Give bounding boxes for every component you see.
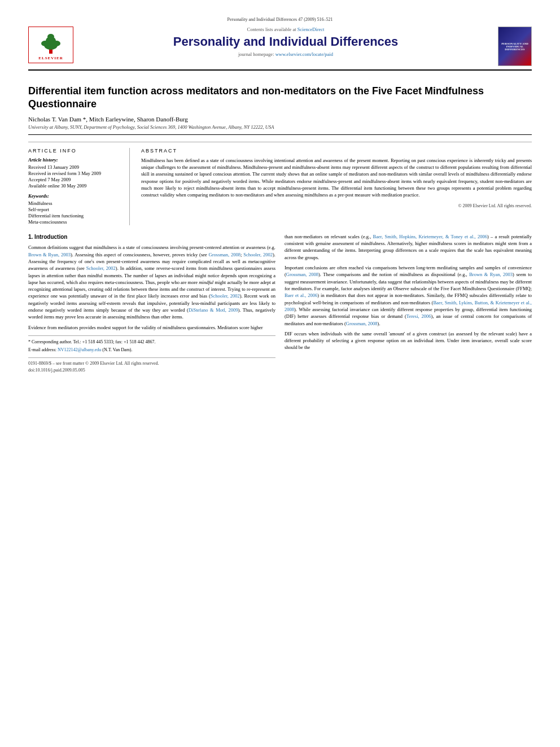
issn-line: 0191-8869/$ – see front matter © 2009 El…	[28, 360, 159, 373]
ref-schooler-2002-2[interactable]: Schooler, 2002	[86, 265, 116, 271]
ref-baer-2006[interactable]: Baer, Smith, Hopkins, Krietemeyer, & Ton…	[373, 234, 487, 239]
article-info-column: ARTICLE INFO Article history: Received 1…	[28, 148, 130, 225]
bottom-info: 0191-8869/$ – see front matter © 2009 El…	[28, 357, 275, 373]
abstract-heading: ABSTRACT	[141, 148, 532, 154]
ref-baer-2008[interactable]: Baer, Smith, Lykins, Button, & Krietemey…	[285, 300, 532, 312]
journal-homepage: journal homepage: www.elsevier.com/locat…	[79, 51, 492, 57]
article-title: Differential item function across medita…	[28, 85, 532, 111]
keyword-4: Meta-consciousness	[28, 219, 121, 225]
journal-title: Personality and Individual Differences	[79, 34, 492, 49]
article-authors: Nicholas T. Van Dam *, Mitch Earleywine,…	[28, 116, 532, 123]
ref-grossman-2008[interactable]: Grossman, 2008	[209, 252, 240, 257]
journal-header: ELSEVIER Contents lists available at Sci…	[28, 27, 532, 71]
svg-rect-0	[49, 49, 53, 54]
ref-distefano-motl[interactable]: DiStefano & Motl, 2009	[189, 307, 238, 313]
ref-teresi-2006[interactable]: Teresi, 2006	[406, 313, 431, 319]
svg-point-3	[47, 34, 54, 40]
intro-heading: 1. Introduction	[28, 233, 275, 242]
author-email[interactable]: NV122142@albany.edu	[58, 347, 102, 352]
page-citation: Personality and Individual Differences 4…	[28, 17, 532, 22]
sciencedirect-link[interactable]: ScienceDirect	[298, 27, 325, 32]
email-line: E-mail address: NV122142@albany.edu (N.T…	[28, 347, 275, 353]
ref-schooler-2002-3[interactable]: Schooler, 2002	[211, 293, 240, 299]
journal-url[interactable]: www.elsevier.com/locate/paid	[275, 51, 333, 57]
keyword-2: Self-report	[28, 207, 121, 212]
elsevier-tree-icon	[34, 29, 68, 55]
ref-brown-ryan-2003-2[interactable]: Brown & Ryan, 2003	[469, 272, 513, 277]
corresponding-note: * Corresponding author. Tel.: +1 518 445…	[28, 339, 275, 346]
left-content-column: 1. Introduction Common definitions sugge…	[28, 233, 275, 374]
article-info-abstract-section: ARTICLE INFO Article history: Received 1…	[28, 142, 532, 225]
article-history-label: Article history:	[28, 157, 121, 163]
sciencedirect-line: Contents lists available at ScienceDirec…	[79, 27, 492, 32]
ref-grossman-2008-2[interactable]: Grossman, 2008	[286, 272, 318, 277]
footnote-section: * Corresponding author. Tel.: +1 518 445…	[28, 335, 275, 353]
keyword-1: Mindfulness	[28, 200, 121, 206]
accepted-date: Accepted 7 May 2009	[28, 177, 121, 182]
available-date: Available online 30 May 2009	[28, 183, 121, 189]
svg-point-5	[53, 41, 60, 46]
intro-paragraph-1: Common definitions suggest that mindfuln…	[28, 244, 275, 320]
main-content: 1. Introduction Common definitions sugge…	[28, 233, 532, 374]
revised-date: Received in revised form 3 May 2009	[28, 171, 121, 176]
elsevier-logo: ELSEVIER	[28, 27, 73, 63]
article-title-section: Differential item function across medita…	[28, 76, 532, 135]
journal-center-info: Contents lists available at ScienceDirec…	[79, 27, 492, 57]
svg-point-4	[41, 41, 49, 46]
right-paragraph-3: DIF occurs when individuals with the sam…	[285, 330, 532, 351]
ref-brown-ryan-2003[interactable]: Brown & Ryan, 2003	[28, 252, 71, 257]
right-paragraph-2: Important conclusions are often reached …	[285, 264, 532, 327]
keywords-label: Keywords:	[28, 193, 121, 199]
ref-baer-2006-2[interactable]: Baer et al., 2006	[285, 292, 317, 298]
keyword-3: Differential item functioning	[28, 213, 121, 219]
page: Personality and Individual Differences 4…	[0, 0, 560, 747]
ref-schooler-2002[interactable]: Schooler, 2002	[243, 252, 273, 257]
journal-cover-image: PERSONALITY AND INDIVIDUAL DIFFERENCES	[498, 27, 532, 66]
intro-paragraph-2: Evidence from meditators provides modest…	[28, 324, 275, 331]
abstract-column: ABSTRACT Mindfulness has been defined as…	[141, 148, 532, 225]
brown-ryan-ref: Brown Ryan	[285, 355, 307, 361]
right-content-column: than non-mediators on relevant scales (e…	[285, 233, 532, 374]
right-paragraph-1: than non-mediators on relevant scales (e…	[285, 233, 532, 261]
copyright-line: © 2009 Elsevier Ltd. All rights reserved…	[141, 203, 532, 208]
ref-grossman-2008-3[interactable]: Grossman, 2008	[346, 321, 378, 326]
article-info-heading: ARTICLE INFO	[28, 148, 121, 154]
abstract-text: Mindfulness has been defined as a state …	[141, 157, 532, 199]
received-date: Received 13 January 2009	[28, 164, 121, 170]
article-affiliation: University at Albany, SUNY, Department o…	[28, 124, 532, 130]
